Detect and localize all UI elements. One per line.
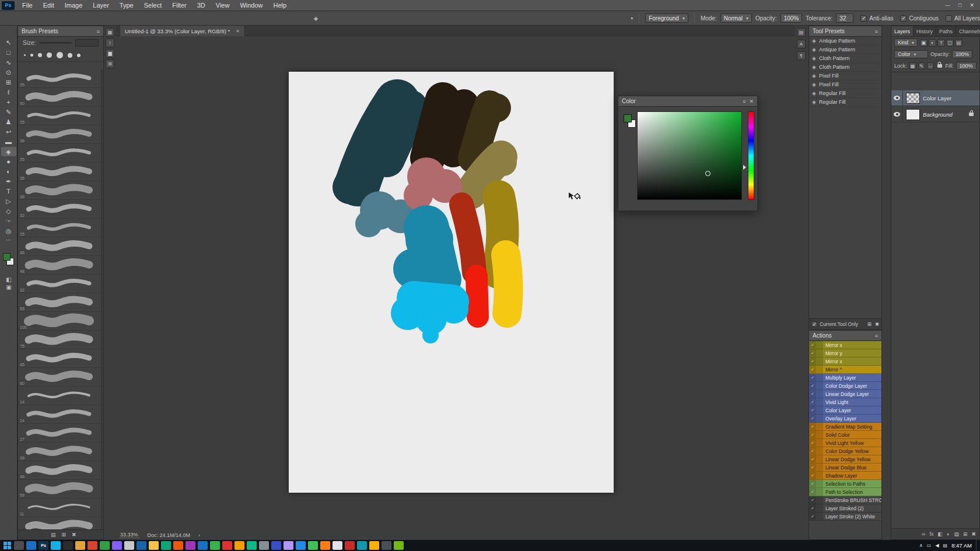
action-dialog-toggle[interactable]	[816, 390, 823, 398]
brush-tip-icon[interactable]	[24, 54, 26, 56]
action-item[interactable]: ✓ Linear Dodge Blue	[809, 464, 881, 472]
layer-name[interactable]: Background	[923, 111, 953, 118]
brush-tip-icon[interactable]	[30, 54, 33, 57]
brush-preset-item[interactable]: 36	[18, 183, 103, 200]
layers-footer-icon[interactable]: ◐	[947, 531, 950, 537]
taskbar-app-icon[interactable]	[332, 541, 342, 550]
taskbar-app-icon[interactable]	[345, 541, 355, 550]
tool-button[interactable]: T	[1, 187, 16, 196]
taskbar-app-icon[interactable]	[259, 541, 269, 550]
foreground-color-swatch[interactable]	[624, 114, 632, 122]
tool-button[interactable]: ✒	[1, 177, 16, 186]
action-dialog-toggle[interactable]	[816, 357, 823, 365]
lock-icon[interactable]: ✎	[918, 62, 925, 69]
tool-button[interactable]: ◎	[1, 226, 16, 236]
action-toggle-icon[interactable]: ✓	[809, 415, 816, 422]
brush-preset-item[interactable]: 36	[18, 127, 103, 144]
taskbar-app-icon[interactable]	[369, 541, 379, 550]
panel-menu-icon[interactable]: ≡	[97, 29, 100, 34]
menu-item[interactable]: File	[17, 2, 38, 9]
layers-footer-icon[interactable]: ⊞	[963, 531, 968, 537]
action-item[interactable]: ✓ Layer Stroked (2)	[809, 504, 881, 513]
collapsed-panel-icon[interactable]: ▆	[106, 49, 114, 58]
collapsed-panel-icon[interactable]: ▤	[797, 28, 806, 37]
taskbar-app-icon[interactable]: Ps	[38, 541, 48, 550]
action-item[interactable]: ✓ Gradient Map Setting	[809, 423, 881, 431]
brush-preset-item[interactable]: 45	[18, 238, 103, 256]
brush-footer-icon[interactable]: ✖	[72, 532, 76, 538]
tool-preset-item[interactable]: ◈ Cloth Pattern	[809, 63, 881, 72]
size-input[interactable]	[75, 39, 99, 47]
taskbar-app-icon[interactable]	[247, 541, 257, 550]
layer-filter-icon[interactable]: ◐	[929, 39, 936, 47]
layers-footer-icon[interactable]: ∞	[922, 531, 925, 537]
taskbar-app-icon[interactable]	[173, 541, 183, 550]
toolbar-footer-icon[interactable]: ◧	[1, 276, 16, 283]
action-item[interactable]: ✓ Overlay Layer	[809, 415, 881, 423]
tool-button[interactable]: ♟	[1, 117, 16, 127]
action-toggle-icon[interactable]: ✓	[809, 496, 816, 504]
maximize-button[interactable]: □	[958, 2, 961, 8]
action-toggle-icon[interactable]: ✓	[809, 341, 816, 349]
brush-preset-item[interactable]: 32	[18, 276, 103, 293]
taskbar-app-icon[interactable]	[198, 541, 208, 550]
tool-preset-item[interactable]: ◈ Antique Pattern	[809, 45, 881, 54]
tool-button[interactable]: ℓ	[1, 87, 16, 97]
document-tab[interactable]: Untitled-1 @ 33.3% (Color Layer, RGB/8) …	[120, 26, 245, 36]
action-toggle-icon[interactable]: ✓	[809, 488, 816, 496]
status-arrow-icon[interactable]: ›	[198, 532, 200, 538]
brush-preset-item[interactable]: 100	[18, 313, 103, 331]
brush-tip-icon[interactable]	[47, 52, 52, 58]
option-checkbox[interactable]: All Layers	[946, 15, 980, 22]
tool-preset-item[interactable]: ◈ Cloth Pattern	[809, 54, 881, 63]
action-dialog-toggle[interactable]	[816, 455, 823, 463]
tool-button[interactable]: +	[1, 97, 16, 107]
tool-button[interactable]: ↩	[1, 127, 16, 136]
more-tools-icon[interactable]: ⋯	[1, 237, 16, 243]
taskbar-app-icon[interactable]	[308, 541, 318, 550]
taskbar-app-icon[interactable]	[235, 541, 244, 550]
action-dialog-toggle[interactable]	[816, 366, 823, 373]
action-item[interactable]: ✓ Mirror ^	[809, 366, 881, 374]
action-item[interactable]: ✓ Mirror x	[809, 341, 881, 349]
tool-preset-item[interactable]: ◈ Pixel Fill	[809, 72, 881, 80]
action-item[interactable]: ✓ Mirror x	[809, 357, 881, 366]
action-dialog-toggle[interactable]	[816, 398, 823, 406]
taskbar-app-icon[interactable]	[271, 541, 281, 550]
checkbox-icon[interactable]: ✓	[900, 15, 907, 22]
color-panel-header[interactable]: Color ≡ ✕	[618, 96, 757, 107]
panel-menu-icon[interactable]: ≡	[875, 29, 878, 34]
lock-icon[interactable]: ↔	[927, 62, 934, 69]
brush-preset-item[interactable]: 11	[18, 500, 103, 517]
checkbox-icon[interactable]	[946, 15, 952, 22]
action-toggle-icon[interactable]: ✓	[809, 366, 816, 373]
tab-history[interactable]: History	[914, 26, 936, 36]
hue-slider[interactable]	[748, 111, 754, 200]
tab-layers[interactable]: Layers	[891, 26, 914, 36]
action-toggle-icon[interactable]: ✓	[809, 472, 816, 479]
tool-button[interactable]: ●	[1, 157, 16, 166]
tool-presets-footer-icon[interactable]: ⊞	[867, 321, 872, 327]
action-item[interactable]: ✓ Layer Stroke (2) White	[809, 513, 881, 521]
visibility-toggle[interactable]	[891, 90, 903, 106]
brush-preset-item[interactable]: 39	[18, 444, 103, 461]
action-toggle-icon[interactable]: ✓	[809, 480, 816, 487]
brush-tip-icon[interactable]	[68, 53, 72, 58]
action-item[interactable]: ✓ Solid Color	[809, 431, 881, 439]
layer-row-color-layer[interactable]: Color Layer	[891, 90, 979, 106]
brush-preset-item[interactable]: 25	[18, 220, 103, 237]
checkbox-icon[interactable]: ✓	[860, 15, 867, 22]
action-dialog-toggle[interactable]	[816, 382, 823, 389]
taskbar-app-icon[interactable]	[149, 541, 159, 550]
taskbar-app-icon[interactable]	[284, 541, 293, 550]
collapsed-panel-icon[interactable]: ▦	[106, 28, 114, 37]
tool-preset-item[interactable]: ◈ Pixel Fill	[809, 80, 881, 89]
layers-footer-icon[interactable]: ◧	[937, 531, 943, 537]
panel-menu-icon[interactable]: ≡	[743, 99, 746, 104]
taskbar-app-icon[interactable]	[26, 541, 36, 550]
action-dialog-toggle[interactable]	[816, 415, 823, 422]
menu-item[interactable]: Select	[139, 2, 167, 9]
tool-button[interactable]: ⊞	[1, 78, 16, 87]
action-dialog-toggle[interactable]	[816, 406, 823, 414]
menu-item[interactable]: Layer	[88, 2, 114, 9]
